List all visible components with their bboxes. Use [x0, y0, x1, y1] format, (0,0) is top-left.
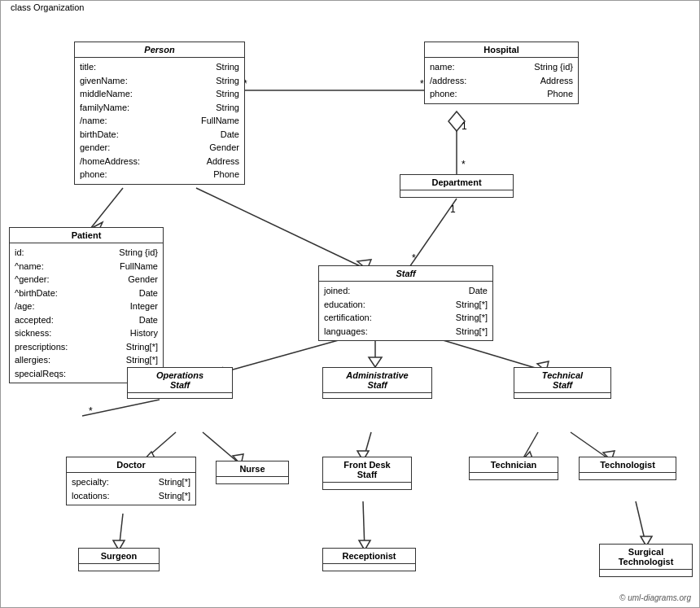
svg-line-10	[90, 188, 123, 229]
administrative-staff-attrs	[323, 393, 431, 398]
staff-title: Staff	[319, 266, 492, 282]
doctor-class: Doctor specialty:String[*] locations:Str…	[66, 457, 196, 505]
surgeon-class: Surgeon	[78, 548, 160, 571]
technologist-title: Technologist	[580, 457, 676, 473]
department-class: Department	[400, 174, 514, 198]
doctor-attrs: specialty:String[*] locations:String[*]	[67, 473, 195, 505]
receptionist-title: Receptionist	[323, 549, 415, 564]
administrative-staff-class: AdministrativeStaff	[322, 367, 432, 399]
person-class: Person title:String givenName:String mid…	[74, 42, 245, 185]
surgical-technologist-class: SurgicalTechnologist	[599, 544, 693, 577]
technician-class: Technician	[469, 457, 558, 480]
copyright: © uml-diagrams.org	[619, 593, 691, 602]
diagram-title: class Organization	[7, 2, 88, 12]
department-title: Department	[400, 175, 513, 190]
department-attrs	[400, 190, 513, 197]
patient-attrs: id:String {id} ^name:FullName ^gender:Ge…	[10, 243, 163, 383]
svg-marker-20	[369, 357, 382, 367]
doctor-title: Doctor	[67, 457, 195, 473]
svg-text:1: 1	[462, 120, 467, 132]
receptionist-attrs	[323, 564, 415, 571]
patient-title: Patient	[10, 228, 163, 243]
person-title: Person	[75, 42, 244, 58]
technical-staff-title: TechnicalStaff	[514, 368, 610, 393]
person-attrs: title:String givenName:String middleName…	[75, 58, 244, 184]
technical-staff-attrs	[514, 393, 610, 398]
staff-attrs: joined:Date education:String[*] certific…	[319, 282, 492, 340]
hospital-attrs: name:String {id} /address:Address phone:…	[425, 58, 578, 103]
svg-marker-4	[448, 112, 465, 131]
technologist-attrs	[580, 473, 676, 479]
front-desk-staff-title: Front DeskStaff	[323, 457, 411, 483]
technician-attrs	[470, 473, 558, 479]
svg-text:1: 1	[450, 203, 456, 215]
hospital-class: Hospital name:String {id} /address:Addre…	[424, 42, 579, 104]
technologist-class: Technologist	[579, 457, 676, 480]
surgeon-title: Surgeon	[79, 549, 159, 564]
receptionist-class: Receptionist	[322, 548, 416, 571]
staff-class: Staff joined:Date education:String[*] ce…	[318, 265, 493, 341]
operations-staff-class: OperationsStaff	[127, 367, 233, 399]
operations-staff-title: OperationsStaff	[128, 368, 232, 393]
hospital-title: Hospital	[425, 42, 578, 58]
svg-text:*: *	[89, 405, 93, 417]
nurse-class: Nurse	[216, 461, 289, 484]
surgical-technologist-title: SurgicalTechnologist	[600, 545, 692, 570]
svg-line-14	[82, 400, 160, 416]
surgical-technologist-attrs	[600, 570, 692, 576]
svg-line-35	[363, 501, 365, 550]
technician-title: Technician	[470, 457, 558, 473]
technical-staff-class: TechnicalStaff	[514, 367, 611, 399]
svg-line-37	[636, 501, 646, 546]
svg-line-33	[119, 514, 123, 550]
surgeon-attrs	[79, 564, 159, 571]
nurse-attrs	[217, 477, 288, 483]
svg-text:*: *	[412, 252, 416, 264]
patient-class: Patient id:String {id} ^name:FullName ^g…	[9, 227, 164, 383]
diagram-container: class Organization * * 1 * 1 * * *	[0, 0, 700, 608]
front-desk-staff-attrs	[323, 483, 411, 489]
svg-line-25	[203, 432, 241, 465]
svg-text:*: *	[462, 159, 466, 170]
svg-line-7	[408, 199, 457, 269]
operations-staff-attrs	[128, 393, 232, 398]
nurse-title: Nurse	[217, 461, 288, 477]
administrative-staff-title: AdministrativeStaff	[323, 368, 431, 393]
svg-line-12	[196, 188, 367, 269]
front-desk-staff-class: Front DeskStaff	[322, 457, 412, 490]
